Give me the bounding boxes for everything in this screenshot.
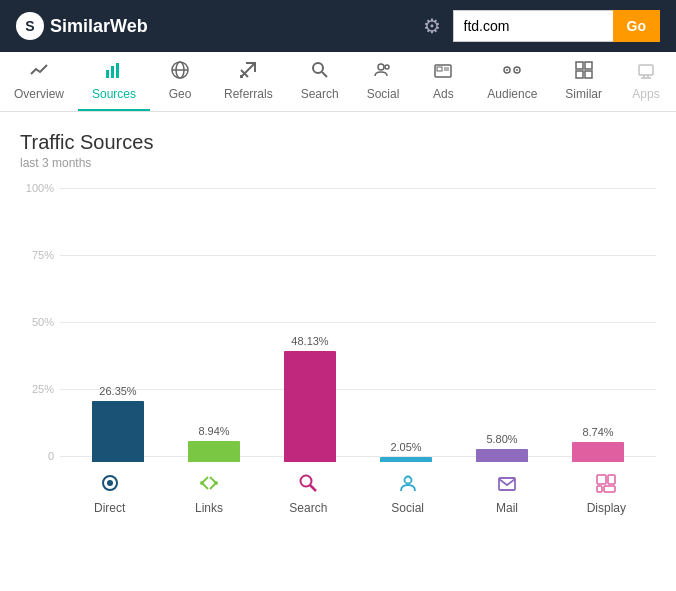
svg-rect-43 — [597, 486, 602, 492]
mail-icon — [496, 472, 518, 499]
display-icon — [595, 472, 617, 499]
svg-point-39 — [404, 477, 411, 484]
bar-label-search: Search — [289, 501, 327, 515]
bar-icon-group-links: Links — [159, 472, 258, 515]
sources-icon — [104, 60, 124, 83]
apps-icon — [636, 60, 656, 83]
tab-search[interactable]: Search — [287, 52, 353, 111]
bar-mail[interactable] — [476, 449, 528, 462]
social-icon — [397, 472, 419, 499]
tab-similar[interactable]: Similar — [551, 52, 616, 111]
grid-label: 50% — [20, 316, 60, 328]
links-icon — [198, 472, 220, 499]
bar-search[interactable] — [284, 351, 336, 462]
bar-group-social: 2.05% — [358, 441, 454, 462]
search-input[interactable] — [453, 10, 613, 42]
svg-point-36 — [214, 481, 218, 485]
tab-referrals[interactable]: Referrals — [210, 52, 287, 111]
bar-value-mail: 5.80% — [486, 433, 517, 445]
svg-point-30 — [107, 480, 113, 486]
go-button[interactable]: Go — [613, 10, 660, 42]
direct-icon — [99, 472, 121, 499]
grid-label: 25% — [20, 383, 60, 395]
gear-icon: ⚙ — [423, 15, 441, 37]
search-bar: Go — [453, 10, 660, 42]
svg-point-19 — [506, 69, 508, 71]
svg-line-38 — [310, 485, 316, 491]
search-icon — [310, 60, 330, 83]
bar-label-direct: Direct — [94, 501, 125, 515]
bar-group-display: 8.74% — [550, 426, 646, 462]
svg-rect-25 — [639, 65, 653, 75]
svg-rect-1 — [111, 66, 114, 78]
svg-line-9 — [322, 72, 327, 77]
tab-social-label: Social — [367, 87, 400, 101]
bar-value-display: 8.74% — [582, 426, 613, 438]
tab-geo[interactable]: Geo — [150, 52, 210, 111]
grid-label: 0 — [20, 450, 60, 462]
bar-group-direct: 26.35% — [70, 385, 166, 462]
section-title: Traffic Sources — [20, 130, 656, 154]
overview-icon — [29, 60, 49, 83]
bar-social[interactable] — [380, 457, 432, 462]
svg-rect-41 — [597, 475, 606, 484]
similar-icon — [574, 60, 594, 83]
tab-similar-label: Similar — [565, 87, 602, 101]
bar-links[interactable] — [188, 441, 240, 462]
svg-point-8 — [313, 63, 323, 73]
nav-tabs: Overview Sources Geo Referrals Search So… — [0, 52, 676, 112]
geo-icon — [170, 60, 190, 83]
bar-icons-area: Direct Links Search Social Mail Display — [60, 466, 656, 522]
bar-value-search: 48.13% — [291, 335, 328, 347]
tab-search-label: Search — [301, 87, 339, 101]
search-icon — [297, 472, 319, 499]
audience-icon — [502, 60, 522, 83]
tab-social[interactable]: Social — [353, 52, 414, 111]
bar-value-direct: 26.35% — [99, 385, 136, 397]
svg-point-20 — [516, 69, 518, 71]
bar-display[interactable] — [572, 442, 624, 462]
main-content: Traffic Sources last 3 months 100%75%50%… — [0, 112, 676, 591]
tab-geo-label: Geo — [169, 87, 192, 101]
logo-icon: S — [16, 12, 44, 40]
ads-icon — [433, 60, 453, 83]
settings-button[interactable]: ⚙ — [423, 14, 441, 38]
tab-sources[interactable]: Sources — [78, 52, 150, 111]
svg-rect-0 — [106, 70, 109, 78]
bar-icon-group-search: Search — [259, 472, 358, 515]
bar-label-links: Links — [195, 501, 223, 515]
tab-ads-label: Ads — [433, 87, 454, 101]
svg-rect-23 — [576, 71, 583, 78]
svg-rect-2 — [116, 63, 119, 78]
bar-label-social: Social — [391, 501, 424, 515]
section-subtitle: last 3 months — [20, 156, 656, 170]
bar-icon-group-social: Social — [358, 472, 457, 515]
tab-overview[interactable]: Overview — [0, 52, 78, 111]
tab-audience-label: Audience — [487, 87, 537, 101]
svg-point-10 — [378, 64, 384, 70]
bar-direct[interactable] — [92, 401, 144, 462]
svg-point-37 — [301, 476, 312, 487]
tab-sources-label: Sources — [92, 87, 136, 101]
svg-rect-42 — [608, 475, 615, 484]
svg-point-35 — [200, 481, 204, 485]
bar-value-links: 8.94% — [198, 425, 229, 437]
chart-container: 100%75%50%25%0 26.35% 8.94% 48.13% 2.05%… — [20, 182, 656, 522]
bar-group-links: 8.94% — [166, 425, 262, 462]
svg-line-6 — [241, 63, 255, 77]
bar-icon-group-direct: Direct — [60, 472, 159, 515]
svg-rect-13 — [437, 67, 442, 71]
social-icon — [373, 60, 393, 83]
bar-value-social: 2.05% — [390, 441, 421, 453]
bar-group-search: 48.13% — [262, 335, 358, 462]
logo-text: SimilarWeb — [50, 16, 148, 37]
tab-ads[interactable]: Ads — [413, 52, 473, 111]
bars-area: 26.35% 8.94% 48.13% 2.05% 5.80% 8.74% — [60, 182, 656, 462]
tab-referrals-label: Referrals — [224, 87, 273, 101]
logo: S SimilarWeb — [16, 12, 411, 40]
bar-label-mail: Mail — [496, 501, 518, 515]
tab-audience[interactable]: Audience — [473, 52, 551, 111]
bar-icon-group-mail: Mail — [457, 472, 556, 515]
bar-label-display: Display — [587, 501, 626, 515]
bar-icon-group-display: Display — [557, 472, 656, 515]
